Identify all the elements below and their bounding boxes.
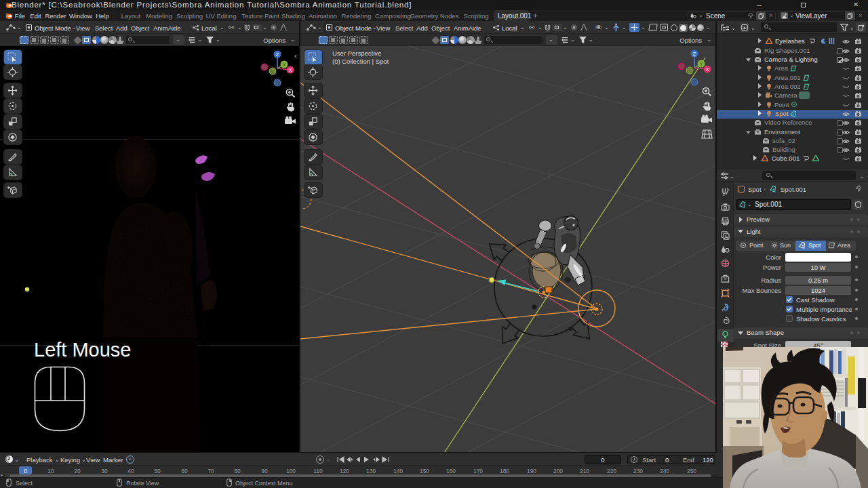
svg-text:Z: Z: [693, 52, 696, 56]
svg-text:Y: Y: [700, 62, 703, 66]
svg-text:X: X: [706, 67, 709, 72]
svg-text:Z: Z: [276, 52, 279, 57]
svg-text:Y: Y: [283, 62, 286, 67]
svg-text:X: X: [289, 68, 292, 73]
